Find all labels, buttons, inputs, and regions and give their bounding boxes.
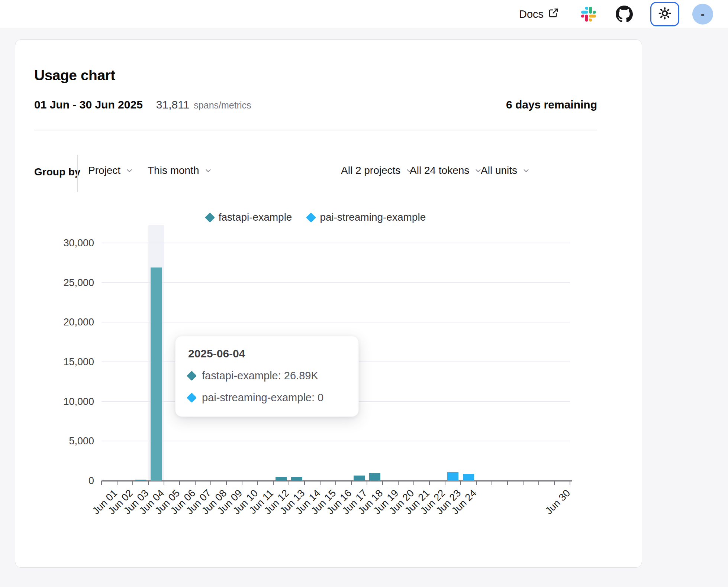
usage-card: Usage chart 01 Jun - 30 Jun 2025 31,811 …	[15, 39, 642, 568]
chart-tooltip: 2025-06-04 fastapi-example: 26.89K pai-s…	[175, 336, 359, 417]
gridline	[102, 282, 570, 283]
x-axis-tick	[398, 481, 399, 485]
bar-fastapi-example-Jun-17[interactable]	[354, 476, 365, 481]
bar-fastapi-example-Jun-04[interactable]	[151, 267, 162, 481]
x-axis-tick	[257, 481, 258, 485]
bar-fastapi-example-Jun-03[interactable]	[135, 480, 146, 481]
x-axis-tick	[117, 481, 117, 485]
x-axis-tick	[210, 481, 211, 485]
x-axis-tick	[523, 481, 524, 485]
chart-plot: 05,00010,00015,00020,00025,00030,000Jun …	[15, 40, 642, 568]
gridline	[102, 322, 570, 322]
avatar-text: -	[701, 8, 705, 20]
x-axis-tick	[429, 481, 430, 485]
y-axis-label: 25,000	[35, 277, 94, 289]
avatar[interactable]: -	[692, 4, 713, 25]
top-header: Docs	[0, 0, 728, 28]
tooltip-diamond-icon	[187, 393, 197, 403]
x-axis-line	[102, 480, 572, 481]
x-axis-tick	[445, 481, 445, 485]
sun-icon	[658, 7, 671, 22]
x-axis-tick	[570, 481, 570, 485]
x-axis-tick	[179, 481, 180, 485]
x-axis-tick	[195, 481, 196, 485]
y-axis-label: 20,000	[35, 317, 94, 328]
x-axis-tick	[382, 481, 383, 485]
bar-pai-streaming-example-Jun-24[interactable]	[463, 474, 474, 481]
x-axis-tick	[554, 481, 555, 485]
x-axis-tick	[538, 481, 539, 485]
tooltip-diamond-icon	[187, 371, 197, 381]
gridline	[102, 441, 570, 441]
x-axis-tick	[304, 481, 305, 485]
x-axis-tick	[351, 481, 352, 485]
x-axis-tick	[335, 481, 336, 485]
x-axis-tick	[226, 481, 227, 485]
github-icon[interactable]	[616, 6, 633, 23]
x-axis-tick	[101, 481, 102, 485]
y-axis-label: 30,000	[35, 237, 94, 249]
external-link-icon	[548, 7, 559, 21]
x-axis-tick	[476, 481, 477, 485]
tooltip-row: pai-streaming-example: 0	[188, 392, 346, 404]
x-axis-tick	[492, 481, 492, 485]
bar-fastapi-example-Jun-12[interactable]	[276, 477, 287, 481]
y-axis-label: 5,000	[35, 435, 94, 447]
bar-pai-streaming-example-Jun-23[interactable]	[447, 472, 458, 481]
x-axis-tick	[367, 481, 367, 485]
x-axis-tick	[132, 481, 133, 485]
y-axis-label: 10,000	[35, 396, 94, 408]
tooltip-row: fastapi-example: 26.89K	[188, 370, 346, 382]
x-axis-tick	[320, 481, 320, 485]
x-axis-tick	[507, 481, 508, 485]
tooltip-title: 2025-06-04	[188, 347, 346, 360]
x-axis-tick	[289, 481, 289, 485]
gridline	[102, 243, 570, 243]
y-axis-label: 0	[35, 475, 94, 487]
x-axis-tick	[242, 481, 242, 485]
x-axis-tick	[273, 481, 274, 485]
x-axis-tick	[460, 481, 461, 485]
docs-label: Docs	[519, 8, 544, 20]
slack-icon[interactable]	[581, 7, 596, 22]
docs-link[interactable]: Docs	[519, 0, 559, 28]
x-axis-tick	[164, 481, 164, 485]
x-axis-tick	[148, 481, 149, 485]
bar-fastapi-example-Jun-13[interactable]	[291, 477, 302, 481]
bar-fastapi-example-Jun-18[interactable]	[369, 473, 380, 481]
x-axis-tick	[413, 481, 414, 485]
theme-toggle-button[interactable]	[650, 2, 679, 26]
y-axis-label: 15,000	[35, 356, 94, 368]
